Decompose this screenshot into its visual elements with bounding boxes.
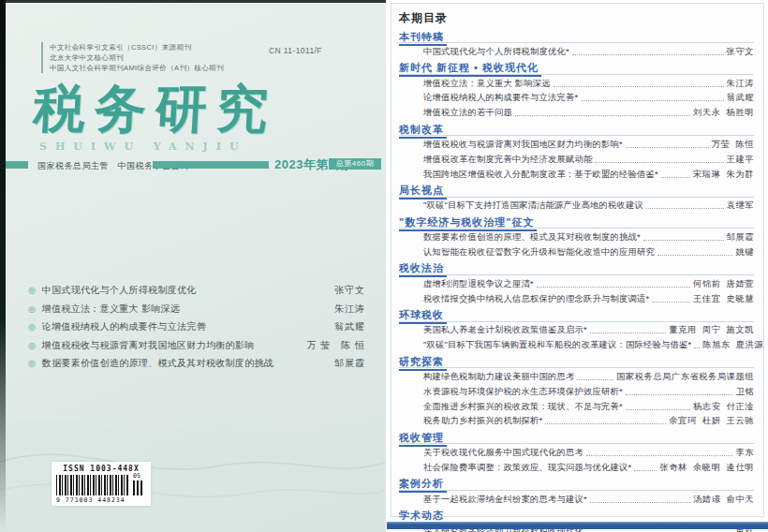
bottom-blue-band [387, 522, 768, 529]
toc-item-title: 水资源税与环境保护税的水生态环境保护效应研析* [423, 386, 623, 398]
cover-article-row: ◎增值税立法：意义重大 影响深远朱江涛 [28, 303, 365, 321]
toc-page: 本期目录 本刊特稿中国式现代化与个人所得税制度优化*张守文新时代 新征程 • 税… [391, 3, 764, 517]
toc-item-title: 基于一起税款滞纳金纠纷案的思考与建议* [423, 494, 587, 506]
ring-bullet-icon: ◎ [28, 339, 36, 352]
dot-leader [537, 287, 690, 288]
toc-item-author: 王佳宜 史晓慧 [693, 293, 754, 305]
dot-leader [626, 394, 733, 395]
accreditation-line: 中国人文社会科学期刊AMI综合评价（A刊）核心期刊 [50, 63, 224, 73]
toc-item-title: 我国跨地区增值税收入分配制度改革：基于欧盟的经验借鉴* [423, 169, 658, 181]
toc-section-title-text: 案例分析 [399, 477, 447, 493]
dot-leader [657, 255, 732, 256]
dot-leader [643, 240, 724, 241]
toc-item-author: 国家税务总局广东省税务局课题组 [616, 371, 754, 383]
cover-article-row: ◎中国式现代化与个人所得税制度优化张守文 [28, 284, 365, 303]
toc-item-author: 李东 [735, 447, 754, 459]
cover-article-row: ◎增值税税收与税源背离对我国地区财力均衡的影响万 莹 陈 恒 [28, 339, 365, 358]
toc-item-title: 增值税立法：意义重大 影响深远 [423, 78, 551, 90]
barcode: 05 [56, 475, 146, 495]
toc-section-title: 税收法治 [399, 259, 754, 275]
toc-item-title: 增值税税收与税源背离对我国地区财力均衡的影响* [423, 139, 623, 151]
cover-article-title: 论增值税纳税人的构成要件与立法完善 [42, 320, 334, 333]
cover-article-author: 张守文 [334, 284, 365, 297]
toc-section-title-text: 税收管理 [399, 431, 447, 447]
toc-item-author: 陈旭东 鹿洪源 王培浩 [702, 339, 768, 351]
cover-article-author: 朱江涛 [334, 303, 365, 316]
toc-item-title: 全面推进乡村振兴的税收政策：现状、不足与完善* [423, 401, 623, 413]
toc-item-row: 增值税改革在制度完善中为经济发展赋动能王建平 [399, 151, 754, 166]
toc-item-title: 社会保险费率调整：政策效应、现实问题与优化建议* [423, 462, 631, 474]
toc-item-title: "双碳"目标下我国车辆购置税和车船税的改革建议：国际经验与借鉴* [423, 339, 691, 351]
barcode-bars-right [133, 480, 144, 495]
toc-section-title-text: 环球税收 [399, 308, 447, 324]
dot-leader [577, 379, 613, 380]
cover-article-title: 增值税税收与税源背离对我国地区财力均衡的影响 [42, 339, 307, 352]
toc-item-author: 余宜珂 杜妍 王云驰 [669, 415, 754, 427]
toc-section-title-text: "数字经济与税收治理"征文 [399, 215, 537, 231]
dot-leader [661, 177, 690, 178]
toc-item-title: 增值税改革在制度完善中为经济发展赋动能 [423, 154, 592, 166]
toc-item-author: 刘天永 杨胜明 [693, 107, 754, 119]
dot-leader [652, 302, 690, 303]
toc-item-row: 虚增利润型退税争议之厘清*何锦前 唐婧萱 [399, 275, 754, 290]
ring-bullet-icon: ◎ [28, 284, 36, 297]
barcode-box: ISSN 1003-448X 05 9 771003 448234 [52, 462, 151, 506]
dot-leader [590, 502, 690, 503]
toc-section-title: 案例分析 [399, 474, 754, 491]
cover-article-author: 邹展霞 [334, 357, 365, 370]
toc-item-author: 宋瑞琳 朱为群 [693, 169, 754, 181]
toc-item-author: 卫铭 [735, 386, 754, 398]
toc-section-title-text: 本刊特稿 [399, 30, 447, 46]
toc-item-row: 构建绿色税制助力建设美丽中国的思考国家税务总局广东省税务局课题组 [399, 368, 754, 383]
barcode-digits: 9 771003 448234 [56, 496, 146, 504]
toc-section-title-text: 税收法治 [399, 261, 447, 277]
barcode-bars [56, 475, 129, 495]
toc-item-author: 袁继军 [727, 200, 754, 212]
cover-article-list: ◎中国式现代化与个人所得税制度优化张守文◎增值税立法：意义重大 影响深远朱江涛◎… [28, 284, 365, 376]
toc-section-title: 新时代 新征程 • 税收现代化 [399, 58, 754, 75]
toc-item-author: 万莹 陈恒 [712, 139, 754, 151]
toc-item-title: 关于税收现代化服务中国式现代化的思考 [423, 447, 583, 459]
toc-item-row: 我国跨地区增值税收入分配制度改革：基于欧盟的经验借鉴*宋瑞琳 朱为群 [399, 166, 754, 181]
toc-item-title: 构建绿色税制助力建设美丽中国的思考 [423, 371, 574, 383]
toc-item-author: 翁武耀 [727, 92, 754, 104]
toc-item-author: 邹展霞 [727, 231, 754, 244]
dot-leader [694, 347, 700, 348]
toc-item-row: 税务助力乡村振兴的机制探析*余宜珂 杜妍 王云驰 [399, 413, 754, 428]
toc-item-author: 张守文 [727, 46, 754, 58]
dot-leader [581, 100, 723, 101]
toc-section-title-text: 研究探索 [399, 355, 447, 371]
dot-leader [626, 409, 690, 410]
cover-article-row: ◎论增值税纳税人的构成要件与立法完善翁武耀 [28, 320, 365, 339]
journal-cover-page: 中文社会科学引文索引（CSSCI）来源期刊 北京大学中文核心期刊 中国人文社会科… [0, 0, 386, 532]
dot-leader [590, 332, 667, 333]
journal-title: 税务研究 [32, 81, 353, 137]
toc-section-title: 局长视点 [399, 181, 754, 198]
cover-article-title: 增值税立法：意义重大 影响深远 [42, 303, 334, 316]
toc-item-title: "双碳"目标下支持打造国家清洁能源产业高地的税收建议 [423, 200, 643, 212]
toc-item-row: 水资源税与环境保护税的水生态环境保护效应研析*卫铭 [399, 383, 754, 398]
dot-leader [586, 455, 732, 456]
dot-leader [515, 115, 690, 116]
toc-item-author: 杨志安 付正淦 [693, 401, 754, 413]
cover-article-title: 数据要素价值创造的原理、模式及其对税收制度的挑战 [42, 357, 334, 370]
cover-article-row: ◎数据要素价值创造的原理、模式及其对税收制度的挑战邹展霞 [28, 357, 365, 376]
toc-section-title: 学术动态 [399, 506, 754, 523]
toc-item-row: "双碳"目标下我国车辆购置税和车船税的改革建议：国际经验与借鉴*陈旭东 鹿洪源 … [399, 336, 754, 351]
toc-item-row: 税收情报交换中纳税人信息权保护的理念跃升与制度调适*王佳宜 史晓慧 [399, 290, 754, 305]
dot-leader [545, 423, 666, 424]
toc-section-title: "数字经济与税收治理"征文 [399, 213, 754, 229]
toc-section-title-text: 税制改革 [399, 123, 447, 139]
toc-section-title: 研究探索 [399, 352, 754, 369]
dot-leader [554, 86, 724, 87]
dot-leader [634, 470, 657, 471]
ring-bullet-icon: ◎ [28, 357, 36, 370]
toc-section-title: 本刊特稿 [399, 27, 754, 44]
toc-item-row: 社会保险费率调整：政策效应、现实问题与优化建议*张奇林 余晓明 逄仕明 [399, 459, 754, 474]
accreditation-block: 中文社会科学引文索引（CSSCI）来源期刊 北京大学中文核心期刊 中国人文社会科… [41, 42, 224, 73]
teal-bar-left [6, 161, 28, 169]
toc-item-row: 增值税税收与税源背离对我国地区财力均衡的影响*万莹 陈恒 [399, 136, 754, 151]
toc-item-title: 税务助力乡村振兴的机制探析* [423, 415, 542, 427]
dot-leader [572, 54, 724, 55]
toc-item-row: 关于税收现代化服务中国式现代化的思考李东 [399, 444, 754, 459]
